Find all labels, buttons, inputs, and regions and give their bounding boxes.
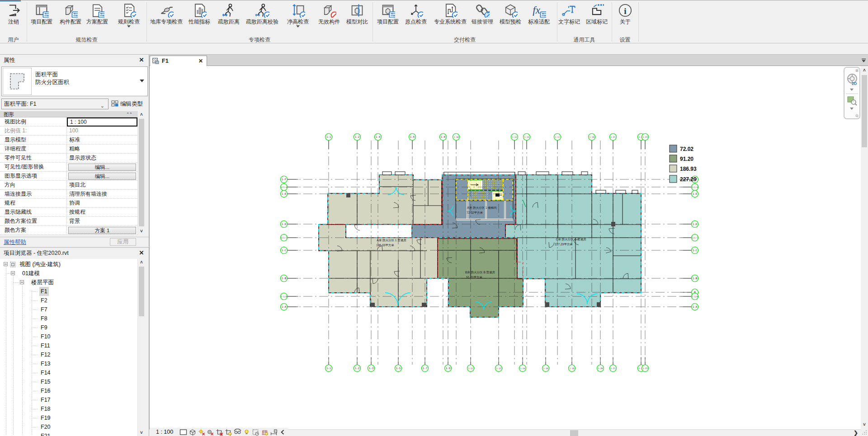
tree-item-F15[interactable]: F15: [0, 377, 136, 386]
edit-type-button[interactable]: 编辑类型: [111, 98, 148, 109]
project-browser-scrollbar[interactable]: ˄˅: [137, 259, 145, 436]
ribbon-button-performance[interactable]: 性能指标: [186, 2, 212, 35]
tree-expand-icon[interactable]: [11, 271, 15, 275]
tree-item-label[interactable]: F8: [39, 314, 49, 323]
property-value-button[interactable]: 方案 1: [68, 227, 136, 234]
apply-button[interactable]: 应用: [110, 238, 136, 246]
scroll-down-icon[interactable]: ˅: [138, 429, 145, 436]
property-value[interactable]: 100: [67, 127, 137, 135]
tree-item-F13[interactable]: F13: [0, 359, 136, 368]
tree-item-label[interactable]: F12: [39, 350, 52, 359]
horizontal-scroll-thumb[interactable]: [570, 430, 578, 436]
tree-item-label[interactable]: F7: [39, 305, 49, 314]
properties-close-icon[interactable]: ✕: [138, 56, 145, 64]
scroll-right-icon[interactable]: ❯: [854, 430, 858, 436]
tree-item-F8[interactable]: F8: [0, 314, 136, 323]
properties-help-link[interactable]: 属性帮助: [4, 239, 26, 246]
tree-item-label[interactable]: F19: [39, 413, 52, 422]
ribbon-button-origin-check[interactable]: 原点检查: [403, 2, 429, 35]
tree-item-F14[interactable]: F14: [0, 368, 136, 377]
type-selector-dropdown-icon[interactable]: [140, 80, 144, 84]
scroll-up-icon[interactable]: ˄: [138, 111, 145, 118]
tree-item-F21[interactable]: F21: [0, 431, 136, 436]
tree-item-label[interactable]: 01建模: [21, 269, 41, 278]
property-value[interactable]: 按规程: [67, 208, 137, 216]
property-value[interactable]: 粗略: [67, 145, 137, 153]
sun-path-icon[interactable]: [198, 429, 205, 436]
tree-item-01-[interactable]: 01建模: [0, 269, 136, 278]
tree-item-F20[interactable]: F20: [0, 422, 136, 431]
wheel-dropdown-icon[interactable]: [850, 89, 854, 93]
ribbon-button-evacuation-verify[interactable]: 疏散距离校验: [244, 2, 281, 35]
tree-item--[interactable]: 视图 (鸿业-建筑): [0, 260, 136, 269]
ribbon-button-scheme-config[interactable]: 方案配置: [84, 2, 110, 35]
view-scale-label[interactable]: 1 : 100: [156, 429, 173, 435]
temporary-view-icon[interactable]: [252, 429, 259, 436]
ribbon-button-project-config[interactable]: 项目配置: [28, 2, 55, 35]
ribbon-button-component-config[interactable]: 构件配置: [57, 2, 84, 35]
tree-item-label[interactable]: F15: [39, 377, 52, 386]
tree-item-F1[interactable]: F1: [0, 287, 136, 296]
ribbon-button-system-check[interactable]: 专业系统检查: [432, 2, 469, 35]
ribbon-button-model-compare[interactable]: 模型对比: [344, 2, 370, 35]
tree-item-label[interactable]: F18: [39, 404, 52, 413]
tree-item-F9[interactable]: F9: [0, 323, 136, 332]
tree-item-F2[interactable]: F2: [0, 296, 136, 305]
property-value[interactable]: 项目北: [67, 181, 137, 189]
navbar-collapse-icon[interactable]: ⊖: [855, 113, 859, 118]
property-value[interactable]: 协调: [67, 199, 137, 207]
tree-item-label[interactable]: F20: [39, 422, 52, 431]
vertical-scroll-thumb[interactable]: [862, 75, 867, 147]
ribbon-button-logout[interactable]: 注销: [3, 2, 24, 35]
property-value[interactable]: 背景: [67, 217, 137, 225]
scroll-thumb[interactable]: [139, 267, 144, 316]
tree-item-label[interactable]: F13: [39, 359, 52, 368]
ribbon-button-standard-adapt[interactable]: fx标准适配: [526, 2, 552, 35]
ribbon-button-evacuation-distance[interactable]: 疏散距离: [216, 2, 242, 35]
tree-item-label[interactable]: F1: [39, 287, 49, 296]
project-browser-close-icon[interactable]: ✕: [138, 249, 145, 257]
ribbon-button-rule-check[interactable]: 规则检查: [116, 2, 142, 35]
tree-item-label[interactable]: F16: [39, 386, 52, 395]
property-value-button[interactable]: 编辑...: [68, 164, 136, 171]
properties-scrollbar[interactable]: ˄˅: [137, 111, 145, 235]
ribbon-button-model-precheck[interactable]: 模型预检: [497, 2, 524, 35]
ribbon-button-invalid-component[interactable]: 无效构件: [316, 2, 342, 35]
zoom-dropdown-icon[interactable]: [850, 108, 854, 112]
collapse-section-icon[interactable]: ⌃⌃: [126, 111, 132, 117]
tree-item-label[interactable]: 视图 (鸿业-建筑): [18, 260, 62, 269]
tree-item-F17[interactable]: F17: [0, 395, 136, 404]
ribbon-button-project-config2[interactable]: 项目配置: [375, 2, 401, 35]
visual-style-icon[interactable]: [189, 429, 196, 436]
analytical-model-icon[interactable]: [261, 429, 269, 436]
tree-item-F7[interactable]: F7: [0, 305, 136, 314]
property-value[interactable]: 显示原状态: [67, 154, 137, 162]
detail-level-icon[interactable]: [179, 429, 187, 436]
scroll-up-icon[interactable]: ˄: [138, 259, 145, 266]
tree-item-F12[interactable]: F12: [0, 350, 136, 359]
tree-item-label[interactable]: F14: [39, 368, 52, 377]
property-value[interactable]: 标准: [67, 136, 137, 144]
ribbon-button-clear-height[interactable]: 净高检查: [285, 2, 311, 35]
tree-item-label[interactable]: F10: [39, 332, 52, 341]
show-crop-icon[interactable]: [225, 429, 232, 436]
tree-item-label[interactable]: F11: [39, 341, 52, 350]
tree-item-F18[interactable]: F18: [0, 404, 136, 413]
view-tab-close-icon[interactable]: ✕: [198, 58, 203, 64]
scroll-up-icon[interactable]: ˄: [861, 67, 868, 74]
tree-expand-icon[interactable]: [4, 262, 8, 266]
shadows-icon[interactable]: [207, 429, 214, 436]
tree-item-F11[interactable]: F11: [0, 341, 136, 350]
property-value[interactable]: 清理所有墙连接: [67, 190, 137, 198]
tree-item-F10[interactable]: F10: [0, 332, 136, 341]
tab-list-icon[interactable]: [861, 58, 867, 63]
zoom-icon[interactable]: [847, 96, 857, 106]
ribbon-button-about[interactable]: i关于: [615, 2, 636, 35]
resize-grip[interactable]: [861, 429, 868, 436]
scroll-down-icon[interactable]: ˅: [138, 228, 145, 235]
property-value-input[interactable]: 1 : 100: [67, 117, 137, 127]
temporary-hide-icon[interactable]: [234, 429, 241, 436]
type-selector[interactable]: 面积平面 防火分区面积: [1, 66, 148, 96]
instance-combobox[interactable]: 面积平面: F1⌄: [1, 98, 108, 109]
tree-item-F16[interactable]: F16: [0, 386, 136, 395]
